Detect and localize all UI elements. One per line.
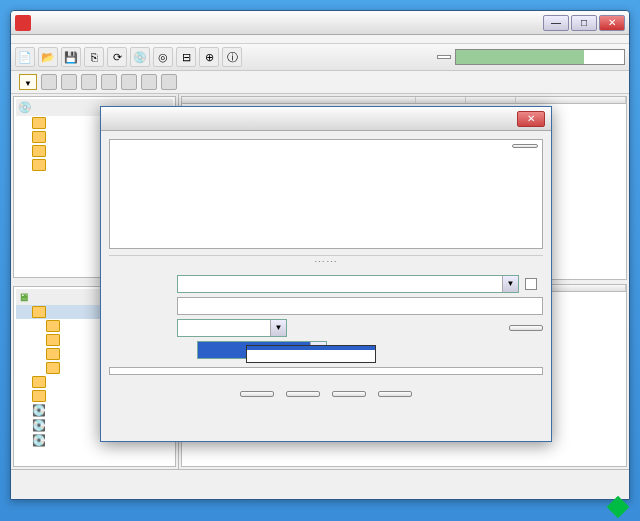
chevron-down-icon: ▼ [502, 276, 518, 292]
col-type[interactable] [466, 97, 516, 103]
disc-icon: 💿 [18, 101, 32, 114]
divider: ⋯⋯ [109, 255, 543, 269]
folder-icon [46, 348, 60, 360]
menu-tools[interactable] [63, 37, 79, 41]
folder-icon [32, 145, 46, 157]
write-method-combo[interactable]: ▼ [177, 319, 287, 337]
progressbar [109, 367, 543, 375]
tb-save[interactable]: 💾 [61, 47, 81, 67]
toolbar: 📄 📂 💾 ⎘ ⟳ 💿 ◎ ⊟ ⊕ ⓘ [11, 44, 629, 71]
menu-boot[interactable] [47, 37, 63, 41]
menu-options[interactable] [79, 37, 95, 41]
folder-icon [32, 306, 46, 318]
write-button[interactable] [286, 391, 320, 397]
path-nav3-icon[interactable] [101, 74, 117, 90]
folder-icon [32, 390, 46, 402]
path-nav-icon[interactable] [61, 74, 77, 90]
path-nav4-icon[interactable] [121, 74, 137, 90]
menu-file[interactable] [15, 37, 31, 41]
path-nav6-icon[interactable] [161, 74, 177, 90]
dropdown-option[interactable] [247, 358, 375, 362]
menu-action[interactable] [31, 37, 47, 41]
col-date[interactable] [516, 97, 626, 103]
folder-icon [46, 334, 60, 346]
size-value [437, 55, 451, 59]
tb-mount[interactable]: ⊕ [199, 47, 219, 67]
tb-compress[interactable]: ⊟ [176, 47, 196, 67]
app-icon [15, 15, 31, 31]
maximize-button[interactable]: □ [571, 15, 597, 31]
drive-combo[interactable]: ▼ [177, 275, 519, 293]
hide-dropdown-list[interactable] [246, 345, 376, 363]
menu-help[interactable] [95, 37, 111, 41]
tb-open[interactable]: 📂 [38, 47, 58, 67]
minimize-button[interactable]: — [543, 15, 569, 31]
folder-icon [32, 117, 46, 129]
dialog-close-button[interactable]: ✕ [517, 111, 545, 127]
folder-icon [32, 131, 46, 143]
statusbar [11, 469, 629, 487]
path-nav5-icon[interactable] [141, 74, 157, 90]
abort-button[interactable] [332, 391, 366, 397]
tb-saveas[interactable]: ⎘ [84, 47, 104, 67]
tb-new[interactable]: 📄 [15, 47, 35, 67]
path-nav2-icon[interactable] [81, 74, 97, 90]
col-size[interactable] [416, 97, 466, 103]
verify-checkbox[interactable] [525, 278, 537, 290]
folder-icon [46, 320, 60, 332]
size-progressbar [455, 49, 625, 65]
write-disk-dialog: ✕ ⋯⋯ ▼ ▼ [100, 106, 552, 442]
tb-burn[interactable]: ◎ [153, 47, 173, 67]
pathbar: ▼ [11, 71, 629, 94]
tb-refresh[interactable]: ⟳ [107, 47, 127, 67]
close-button[interactable]: ✕ [599, 15, 625, 31]
boot-combo[interactable]: ▼ [19, 74, 37, 90]
watermark [610, 498, 630, 515]
message-box [109, 139, 543, 249]
drive-icon: 💽 [32, 419, 46, 432]
folder-icon [32, 159, 46, 171]
easyboot-button[interactable] [509, 325, 543, 331]
tb-info[interactable]: ⓘ [222, 47, 242, 67]
back-button[interactable] [378, 391, 412, 397]
save-button[interactable] [512, 144, 538, 148]
menubar [11, 35, 629, 44]
diamond-icon [607, 496, 630, 519]
tb-cd[interactable]: 💿 [130, 47, 150, 67]
drive-icon: 💽 [32, 434, 46, 447]
path-up-icon[interactable] [41, 74, 57, 90]
folder-icon [32, 376, 46, 388]
chevron-down-icon: ▼ [270, 320, 286, 336]
main-titlebar: — □ ✕ [11, 11, 629, 35]
col-filename[interactable] [182, 97, 416, 103]
image-field[interactable] [177, 297, 543, 315]
computer-icon: 🖥 [18, 291, 29, 303]
format-button[interactable] [240, 391, 274, 397]
drive-icon: 💽 [32, 404, 46, 417]
folder-icon [46, 362, 60, 374]
